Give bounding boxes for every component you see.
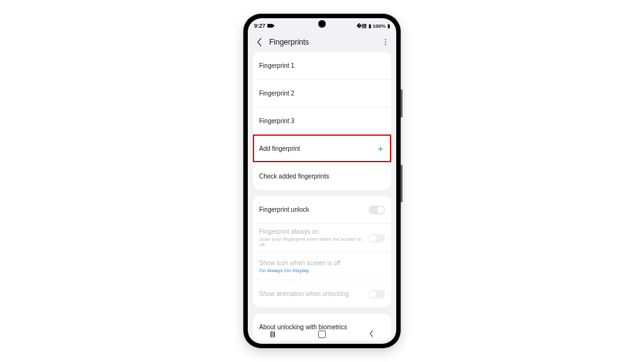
- show-icon-row: Show icon when screen is off On Always O…: [253, 252, 391, 280]
- nav-recents-button[interactable]: [248, 331, 297, 337]
- check-fingerprints-button[interactable]: Check added fingerprints: [253, 162, 391, 190]
- fingerprint-unlock-toggle[interactable]: [369, 206, 385, 214]
- fingerprint-item-2[interactable]: Fingerprint 2: [253, 79, 391, 107]
- fingerprint-item-3[interactable]: Fingerprint 3: [253, 107, 391, 134]
- android-nav-bar: [248, 325, 396, 344]
- unlock-settings-card: Fingerprint unlock Fingerprint always on…: [253, 196, 391, 307]
- more-menu-button[interactable]: [381, 39, 390, 45]
- fingerprint-unlock-row[interactable]: Fingerprint unlock: [253, 196, 391, 223]
- plus-icon: ＋: [376, 143, 385, 155]
- video-icon: [267, 24, 273, 28]
- home-icon: [318, 331, 326, 338]
- page-title: Fingerprints: [269, 38, 381, 47]
- nav-home-button[interactable]: [297, 331, 347, 338]
- fingerprints-card: Fingerprint 1 Fingerprint 2 Fingerprint …: [253, 52, 391, 190]
- show-animation-toggle: [369, 290, 385, 299]
- phone-screen: 9:27 �婚 ▮ 100% ▮ Fingerprints: [248, 18, 396, 344]
- content-area: Fingerprint 1 Fingerprint 2 Fingerprint …: [248, 52, 396, 344]
- fingerprint-item-1[interactable]: Fingerprint 1: [253, 52, 391, 79]
- side-button-volume: [401, 89, 402, 118]
- back-icon: [369, 330, 374, 337]
- fingerprint-always-on-row: Fingerprint always on Scan your fingerpr…: [253, 223, 391, 252]
- back-button[interactable]: [254, 38, 264, 47]
- signal-icon: ▮: [369, 23, 371, 29]
- chevron-left-icon: [257, 38, 262, 47]
- battery-icon: ▮: [387, 23, 390, 29]
- wifi-icon: �婚: [357, 23, 367, 30]
- show-animation-row: Show animation when unlocking: [253, 280, 391, 307]
- front-camera: [318, 20, 326, 28]
- add-fingerprint-button[interactable]: Add fingerprint ＋: [253, 134, 391, 162]
- phone-frame: 9:27 �婚 ▮ 100% ▮ Fingerprints: [243, 14, 401, 348]
- always-on-toggle: [369, 234, 385, 243]
- status-battery: 100%: [373, 23, 386, 29]
- status-time: 9:27: [254, 23, 265, 29]
- recents-icon: [270, 331, 275, 337]
- side-button-power: [401, 165, 402, 202]
- nav-back-button[interactable]: [347, 329, 396, 340]
- app-header: Fingerprints: [248, 32, 396, 52]
